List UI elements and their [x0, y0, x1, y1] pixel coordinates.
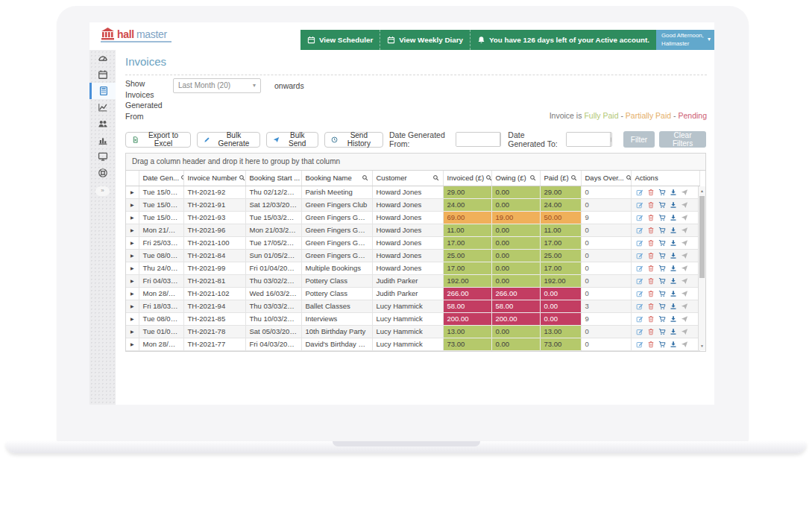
cart-action-icon[interactable]: [658, 265, 666, 272]
edit-action-icon[interactable]: [636, 315, 643, 323]
sidebar-item-devices[interactable]: [89, 148, 116, 165]
trash-action-icon[interactable]: [647, 303, 655, 310]
row-expand-caret[interactable]: ▶: [126, 300, 139, 312]
download-action-icon[interactable]: [670, 201, 677, 209]
clear-filters-button[interactable]: Clear Filters: [659, 131, 706, 148]
send-action-icon[interactable]: [681, 341, 688, 348]
cart-action-icon[interactable]: [658, 201, 666, 209]
column-header-paid[interactable]: Paid (£): [540, 171, 581, 186]
edit-action-icon[interactable]: [636, 189, 643, 196]
column-header-booking-name[interactable]: Booking Name: [301, 171, 372, 186]
view-scheduler-button[interactable]: View Scheduler: [300, 30, 380, 50]
row-expand-caret[interactable]: ▶: [126, 236, 139, 249]
trash-action-icon[interactable]: [647, 239, 655, 247]
search-icon[interactable]: [362, 174, 368, 181]
view-weekly-diary-button[interactable]: View Weekly Diary: [380, 30, 470, 50]
cart-action-icon[interactable]: [658, 315, 666, 323]
date-to-calendar-button[interactable]: [610, 133, 612, 146]
bulk-send-button[interactable]: Bulk Send: [266, 132, 318, 148]
sidebar-collapse-button[interactable]: »: [95, 186, 110, 196]
row-expand-caret[interactable]: ▶: [126, 224, 139, 236]
sidebar-item-invoices[interactable]: [89, 83, 116, 99]
download-action-icon[interactable]: [670, 214, 677, 221]
column-header-invoice-number[interactable]: Invoice Number: [183, 171, 245, 186]
invoice-range-select[interactable]: Last Month (20) ▾: [173, 78, 261, 93]
send-action-icon[interactable]: [681, 315, 688, 323]
send-history-button[interactable]: Send History: [324, 132, 383, 148]
trash-action-icon[interactable]: [647, 201, 655, 209]
edit-action-icon[interactable]: [636, 227, 643, 234]
download-action-icon[interactable]: [670, 328, 677, 335]
grid-group-bar[interactable]: Drag a column header and drop it here to…: [126, 154, 705, 171]
send-action-icon[interactable]: [681, 227, 688, 234]
edit-action-icon[interactable]: [636, 277, 643, 285]
trash-action-icon[interactable]: [647, 290, 655, 297]
send-action-icon[interactable]: [681, 201, 688, 209]
row-expand-caret[interactable]: ▶: [126, 274, 139, 287]
trash-action-icon[interactable]: [647, 277, 655, 285]
column-header-invoiced[interactable]: Invoiced (£): [443, 171, 491, 186]
column-header-booking-start[interactable]: Booking Start ...: [245, 171, 301, 186]
trash-action-icon[interactable]: [647, 265, 655, 272]
search-icon[interactable]: [485, 174, 491, 181]
search-icon[interactable]: [626, 174, 631, 181]
date-to-input[interactable]: [567, 133, 610, 146]
filter-button[interactable]: Filter: [623, 131, 655, 148]
trash-action-icon[interactable]: [647, 214, 655, 221]
edit-action-icon[interactable]: [636, 265, 643, 272]
send-action-icon[interactable]: [681, 290, 688, 297]
column-header-date-gen[interactable]: Date Gen...: [139, 171, 183, 186]
edit-action-icon[interactable]: [636, 341, 643, 348]
trash-action-icon[interactable]: [647, 341, 655, 348]
download-action-icon[interactable]: [670, 277, 677, 285]
scroll-up-icon[interactable]: ▲: [699, 189, 705, 193]
edit-action-icon[interactable]: [636, 201, 643, 209]
bulk-generate-button[interactable]: Bulk Generate: [197, 132, 260, 148]
download-action-icon[interactable]: [670, 303, 677, 310]
user-menu[interactable]: Good Afternoon, Hallmaster ▾: [656, 30, 714, 50]
download-action-icon[interactable]: [670, 315, 677, 323]
sidebar-item-customers[interactable]: [89, 116, 116, 132]
send-action-icon[interactable]: [681, 328, 688, 335]
sidebar-item-dashboard[interactable]: [89, 50, 116, 66]
edit-action-icon[interactable]: [636, 239, 643, 247]
send-action-icon[interactable]: [681, 239, 688, 247]
trash-action-icon[interactable]: [647, 252, 655, 259]
sidebar-item-reports[interactable]: [89, 99, 116, 116]
row-expand-caret[interactable]: ▶: [126, 198, 139, 211]
date-from-input[interactable]: [456, 133, 500, 146]
download-action-icon[interactable]: [670, 265, 677, 272]
send-action-icon[interactable]: [681, 252, 688, 259]
download-action-icon[interactable]: [670, 341, 677, 348]
edit-action-icon[interactable]: [636, 303, 643, 310]
column-header-customer[interactable]: Customer: [372, 171, 443, 186]
search-icon[interactable]: [570, 174, 577, 181]
row-expand-caret[interactable]: ▶: [126, 338, 139, 350]
cart-action-icon[interactable]: [658, 227, 666, 234]
column-header-actions[interactable]: Actions: [631, 171, 699, 186]
download-action-icon[interactable]: [670, 252, 677, 259]
cart-action-icon[interactable]: [658, 252, 666, 259]
download-action-icon[interactable]: [670, 239, 677, 247]
send-action-icon[interactable]: [681, 265, 688, 272]
send-action-icon[interactable]: [681, 277, 688, 285]
sidebar-item-statistics[interactable]: [89, 132, 116, 148]
send-action-icon[interactable]: [681, 303, 688, 310]
trash-action-icon[interactable]: [647, 328, 655, 335]
column-header-owing[interactable]: Owing (£): [491, 171, 540, 186]
date-from-calendar-button[interactable]: [500, 133, 502, 146]
download-action-icon[interactable]: [670, 290, 677, 297]
download-action-icon[interactable]: [670, 189, 677, 196]
row-expand-caret[interactable]: ▶: [126, 211, 139, 224]
search-icon[interactable]: [529, 174, 536, 181]
sidebar-item-bookings[interactable]: [89, 66, 116, 83]
send-action-icon[interactable]: [681, 189, 688, 196]
grid-scrollbar[interactable]: ▲ ▼: [698, 186, 705, 350]
edit-action-icon[interactable]: [636, 214, 643, 221]
download-action-icon[interactable]: [670, 227, 677, 234]
trash-action-icon[interactable]: [647, 227, 655, 234]
cart-action-icon[interactable]: [658, 239, 666, 247]
hallmaster-logo[interactable]: hall master: [101, 28, 171, 42]
search-icon[interactable]: [180, 174, 183, 181]
row-expand-caret[interactable]: ▶: [126, 312, 139, 325]
